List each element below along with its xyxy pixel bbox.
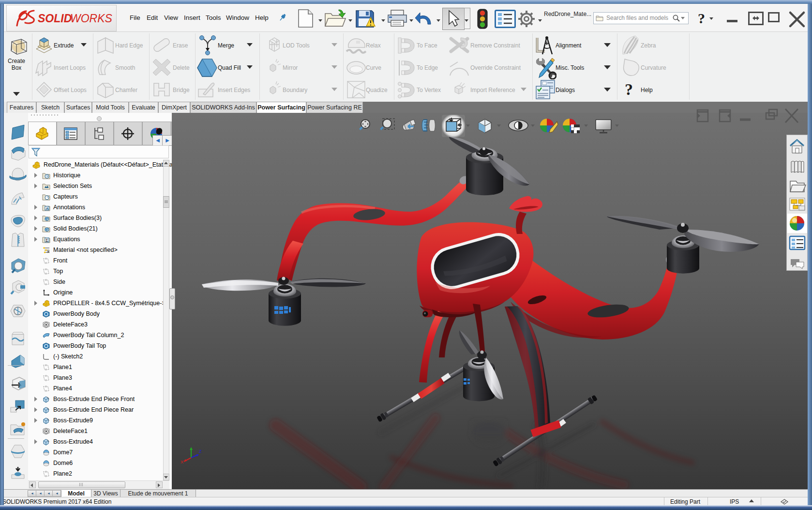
svg-text:Σ: Σ — [46, 238, 48, 243]
svg-text:Z: Z — [199, 449, 202, 454]
svg-text:X: X — [180, 460, 183, 464]
svg-text:A: A — [46, 206, 49, 211]
svg-text:?: ? — [625, 80, 633, 98]
